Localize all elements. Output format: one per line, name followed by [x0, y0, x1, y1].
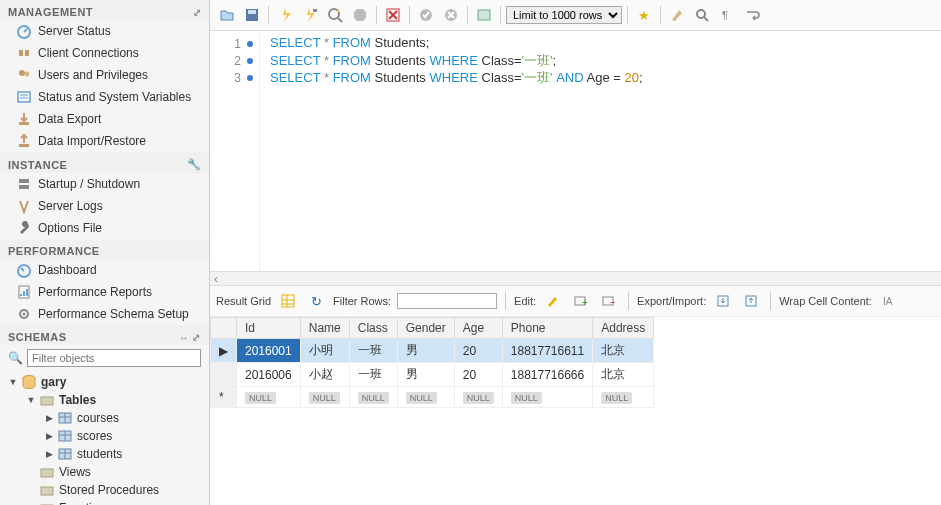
- cell[interactable]: 18817716666: [502, 363, 592, 387]
- hscroll-area[interactable]: ‹: [210, 271, 941, 285]
- col-header[interactable]: Phone: [502, 318, 592, 339]
- wrap-cell-button[interactable]: IA: [878, 290, 900, 312]
- cell[interactable]: 18817716611: [502, 339, 592, 363]
- nav-data-import[interactable]: Data Import/Restore: [0, 130, 209, 152]
- row-marker[interactable]: [211, 363, 237, 387]
- svg-line-14: [21, 268, 24, 271]
- table-node-courses[interactable]: ▶courses: [44, 409, 201, 427]
- cell-null[interactable]: NULL: [300, 387, 349, 408]
- nav-status-vars[interactable]: Status and System Variables: [0, 86, 209, 108]
- cell[interactable]: 小赵: [300, 363, 349, 387]
- collapse-icon[interactable]: ▼: [8, 377, 18, 387]
- toggle-invisible-button[interactable]: ¶: [716, 4, 738, 26]
- row-marker[interactable]: ▶: [211, 339, 237, 363]
- rollback-button[interactable]: [440, 4, 462, 26]
- tables-folder[interactable]: ▼Tables: [26, 391, 201, 409]
- nav-options-file[interactable]: Options File: [0, 217, 209, 239]
- result-grid[interactable]: IdNameClassGenderAgePhoneAddress ▶201600…: [210, 317, 941, 505]
- nav-data-export[interactable]: Data Export: [0, 108, 209, 130]
- cell[interactable]: 2016001: [237, 339, 301, 363]
- cell-null[interactable]: NULL: [454, 387, 502, 408]
- cell[interactable]: 一班: [349, 339, 397, 363]
- table-row-null[interactable]: *NULLNULLNULLNULLNULLNULLNULL: [211, 387, 654, 408]
- col-header[interactable]: Address: [593, 318, 654, 339]
- row-limit-select[interactable]: Limit to 1000 rows: [506, 6, 622, 24]
- cell-null[interactable]: NULL: [502, 387, 592, 408]
- execute-current-button[interactable]: [299, 4, 321, 26]
- cell[interactable]: 20: [454, 339, 502, 363]
- col-header[interactable]: Gender: [397, 318, 454, 339]
- nav-users-privileges[interactable]: Users and Privileges: [0, 64, 209, 86]
- col-header[interactable]: Id: [237, 318, 301, 339]
- explain-button[interactable]: [324, 4, 346, 26]
- cell-null[interactable]: NULL: [237, 387, 301, 408]
- cell[interactable]: 男: [397, 363, 454, 387]
- row-marker[interactable]: *: [211, 387, 237, 408]
- autocommit-button[interactable]: [473, 4, 495, 26]
- import-result-button[interactable]: [740, 290, 762, 312]
- grid-view-icon[interactable]: [277, 290, 299, 312]
- table-node-scores[interactable]: ▶scores: [44, 427, 201, 445]
- edit-row-button[interactable]: [542, 290, 564, 312]
- nav-dashboard[interactable]: Dashboard: [0, 259, 209, 281]
- cell[interactable]: 2016006: [237, 363, 301, 387]
- code-line[interactable]: SELECT * FROM Students WHERE Class='一班' …: [270, 69, 931, 86]
- nav-client-connections[interactable]: Client Connections: [0, 42, 209, 64]
- no-limit-button[interactable]: [382, 4, 404, 26]
- cell[interactable]: 一班: [349, 363, 397, 387]
- cell[interactable]: 20: [454, 363, 502, 387]
- col-header[interactable]: Name: [300, 318, 349, 339]
- cell-null[interactable]: NULL: [397, 387, 454, 408]
- expand-icon[interactable]: ⤢: [193, 7, 202, 18]
- expand-icon[interactable]: ▶: [44, 431, 54, 441]
- sql-editor[interactable]: 123 SELECT * FROM Students;SELECT * FROM…: [210, 31, 941, 271]
- commit-button[interactable]: [415, 4, 437, 26]
- collapse-icon[interactable]: ▼: [26, 395, 36, 405]
- save-button[interactable]: [241, 4, 263, 26]
- procs-folder[interactable]: ▶Stored Procedures: [26, 481, 201, 499]
- expand-icon[interactable]: ▶: [44, 449, 54, 459]
- code-line[interactable]: SELECT * FROM Students;: [270, 35, 931, 52]
- beautify-button[interactable]: [666, 4, 688, 26]
- favorite-button[interactable]: ★: [633, 4, 655, 26]
- nav-server-status[interactable]: Server Status: [0, 20, 209, 42]
- find-button[interactable]: [691, 4, 713, 26]
- refresh-button[interactable]: ↻: [305, 290, 327, 312]
- gear-icon[interactable]: 🔧: [187, 158, 202, 171]
- col-header[interactable]: Age: [454, 318, 502, 339]
- table-node-students[interactable]: ▶students: [44, 445, 201, 463]
- instance-items: Startup / Shutdown Server Logs Options F…: [0, 173, 209, 239]
- breakpoint-dot[interactable]: [247, 41, 253, 47]
- wrap-button[interactable]: [741, 4, 763, 26]
- col-header[interactable]: Class: [349, 318, 397, 339]
- delete-row-button[interactable]: −: [598, 290, 620, 312]
- nav-startup-shutdown[interactable]: Startup / Shutdown: [0, 173, 209, 195]
- cell-null[interactable]: NULL: [593, 387, 654, 408]
- nav-server-logs[interactable]: Server Logs: [0, 195, 209, 217]
- table-row[interactable]: ▶2016001小明一班男2018817716611北京: [211, 339, 654, 363]
- code-line[interactable]: SELECT * FROM Students WHERE Class='一班';: [270, 52, 931, 69]
- funcs-folder[interactable]: ▶Functions: [26, 499, 201, 505]
- cell[interactable]: 小明: [300, 339, 349, 363]
- filter-objects-input[interactable]: [27, 349, 201, 367]
- filter-rows-input[interactable]: [397, 293, 497, 309]
- cell[interactable]: 北京: [593, 339, 654, 363]
- open-file-button[interactable]: [216, 4, 238, 26]
- breakpoint-dot[interactable]: [247, 75, 253, 81]
- breakpoint-dot[interactable]: [247, 58, 253, 64]
- cell[interactable]: 北京: [593, 363, 654, 387]
- execute-button[interactable]: [274, 4, 296, 26]
- expand-icon[interactable]: ↔ ⤢: [179, 332, 201, 343]
- cell-null[interactable]: NULL: [349, 387, 397, 408]
- stop-button[interactable]: [349, 4, 371, 26]
- code-area[interactable]: SELECT * FROM Students;SELECT * FROM Stu…: [260, 31, 941, 271]
- nav-perf-reports[interactable]: Performance Reports: [0, 281, 209, 303]
- schema-node[interactable]: ▼gary: [8, 373, 201, 391]
- export-result-button[interactable]: [712, 290, 734, 312]
- cell[interactable]: 男: [397, 339, 454, 363]
- views-folder[interactable]: ▶Views: [26, 463, 201, 481]
- table-row[interactable]: 2016006小赵一班男2018817716666北京: [211, 363, 654, 387]
- add-row-button[interactable]: +: [570, 290, 592, 312]
- expand-icon[interactable]: ▶: [44, 413, 54, 423]
- nav-perf-schema-setup[interactable]: Performance Schema Setup: [0, 303, 209, 325]
